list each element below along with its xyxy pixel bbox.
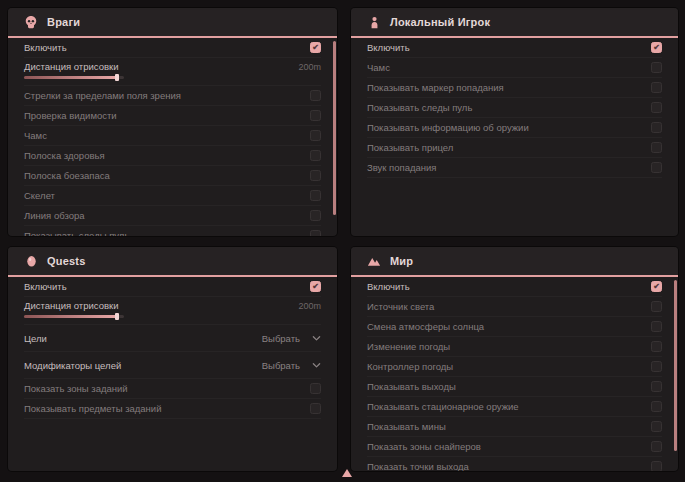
row-label: Показывать маркер попадания: [367, 82, 504, 93]
row-label: Показывать следы пуль: [367, 102, 472, 113]
mouse-cursor: [342, 469, 352, 477]
panel-enemies-header: Враги: [8, 8, 337, 38]
row-checkbox: Показывать предметы заданий: [24, 399, 321, 419]
checkbox[interactable]: [651, 82, 662, 93]
checkbox[interactable]: [651, 102, 662, 113]
row-label: Дистанция отрисовки: [24, 61, 118, 72]
row-label: Линия обзора: [24, 210, 85, 221]
panel-quests-body: Включить✔Дистанция отрисовки200mЦелиВыбр…: [8, 277, 337, 471]
row-label: Показать зоны снайперов: [367, 441, 481, 452]
row-slider: Дистанция отрисовки200m: [24, 58, 321, 86]
checkbox[interactable]: [310, 230, 321, 236]
row-checkbox: Включить✔: [24, 277, 321, 297]
checkbox[interactable]: [310, 110, 321, 121]
row-label: Модификаторы целей: [24, 360, 121, 371]
checkbox[interactable]: ✔: [310, 281, 321, 292]
slider[interactable]: [24, 315, 124, 318]
slider-handle[interactable]: [115, 313, 119, 320]
slider-labels: Дистанция отрисовки200m: [24, 61, 321, 72]
checkbox[interactable]: ✔: [310, 42, 321, 53]
panel-quests: Quests Включить✔Дистанция отрисовки200mЦ…: [8, 247, 337, 471]
row-label: Показывать выходы: [367, 381, 456, 392]
row-checkbox: Контроллер погоды: [367, 357, 662, 377]
checkbox[interactable]: [651, 122, 662, 133]
row-label: Изменение погоды: [367, 341, 450, 352]
row-slider: Дистанция отрисовки200m: [24, 297, 321, 325]
row-checkbox: Показать точки выхода: [367, 457, 662, 471]
panel-world-header: Мир: [351, 247, 678, 277]
checkbox[interactable]: [651, 341, 662, 352]
row-checkbox: Звук попадания: [367, 158, 662, 178]
panel-local-player-body: Включить✔ЧамсПоказывать маркер попадания…: [351, 38, 678, 236]
menu-grid: Враги Включить✔Дистанция отрисовки200mСт…: [8, 8, 678, 471]
row-checkbox: Показывать следы пуль: [24, 226, 321, 236]
slider-labels: Дистанция отрисовки200m: [24, 300, 321, 311]
mountain-icon: [367, 254, 381, 268]
row-checkbox: Проверка видимости: [24, 106, 321, 126]
panel-title: Quests: [47, 255, 86, 267]
dropdown[interactable]: Выбрать: [262, 333, 321, 344]
row-checkbox: Линия обзора: [24, 206, 321, 226]
row-checkbox: Показывать прицел: [367, 138, 662, 158]
panel-local-player-header: Локальный Игрок: [351, 8, 678, 38]
panel-title: Мир: [390, 255, 413, 267]
panel-world-body: Включить✔Источник светаСмена атмосферы с…: [351, 277, 678, 471]
panel-quests-header: Quests: [8, 247, 337, 277]
row-checkbox: Показывать выходы: [367, 377, 662, 397]
row-checkbox: Скелет: [24, 186, 321, 206]
checkbox[interactable]: [651, 421, 662, 432]
quest-icon: [24, 254, 38, 268]
panel-enemies-body: Включить✔Дистанция отрисовки200mСтрелки …: [8, 38, 337, 236]
row-label: Стрелки за пределами поля зрения: [24, 90, 181, 101]
row-checkbox: Показывать стационарное оружие: [367, 397, 662, 417]
slider-value: 200m: [298, 62, 321, 72]
slider-handle[interactable]: [115, 74, 119, 81]
row-checkbox: Смена атмосферы солнца: [367, 317, 662, 337]
checkbox[interactable]: [651, 301, 662, 312]
scrollbar-thumb[interactable]: [333, 41, 336, 215]
row-label: Показывать следы пуль: [24, 230, 129, 236]
dropdown[interactable]: Выбрать: [262, 360, 321, 371]
slider-fill: [24, 76, 117, 79]
checkbox[interactable]: [310, 383, 321, 394]
scrollbar-thumb[interactable]: [674, 280, 677, 451]
row-checkbox: Включить✔: [367, 38, 662, 58]
row-checkbox: Показать зоны заданий: [24, 379, 321, 399]
row-checkbox: Полоска здоровья: [24, 146, 321, 166]
row-label: Смена атмосферы солнца: [367, 321, 484, 332]
row-checkbox: Показать зоны снайперов: [367, 437, 662, 457]
checkbox[interactable]: ✔: [651, 42, 662, 53]
checkbox[interactable]: [310, 90, 321, 101]
row-label: Полоска здоровья: [24, 150, 105, 161]
row-label: Показывать предметы заданий: [24, 403, 161, 414]
checkbox[interactable]: [310, 210, 321, 221]
panel-local-player: Локальный Игрок Включить✔ЧамсПоказывать …: [351, 8, 678, 236]
checkbox[interactable]: [651, 162, 662, 173]
row-label: Показать зоны заданий: [24, 383, 128, 394]
checkbox[interactable]: [310, 150, 321, 161]
checkbox[interactable]: [651, 401, 662, 412]
panel-title: Локальный Игрок: [390, 16, 490, 28]
checkbox[interactable]: [651, 142, 662, 153]
checkbox[interactable]: [651, 381, 662, 392]
row-label: Чамс: [367, 62, 390, 73]
panel-world: Мир Включить✔Источник светаСмена атмосфе…: [351, 247, 678, 471]
row-label: Показывать информацию об оружии: [367, 122, 529, 133]
skull-icon: [24, 15, 38, 29]
checkbox[interactable]: [651, 62, 662, 73]
checkbox[interactable]: [651, 441, 662, 452]
panel-title: Враги: [47, 16, 80, 28]
row-checkbox: Изменение погоды: [367, 337, 662, 357]
checkbox[interactable]: [651, 321, 662, 332]
checkbox[interactable]: [310, 403, 321, 414]
row-label: Чамс: [24, 130, 47, 141]
slider[interactable]: [24, 76, 124, 79]
row-label: Показывать прицел: [367, 142, 453, 153]
checkbox[interactable]: [651, 361, 662, 372]
row-checkbox: Показывать мины: [367, 417, 662, 437]
checkbox[interactable]: [651, 461, 662, 471]
checkbox[interactable]: [310, 190, 321, 201]
checkbox[interactable]: [310, 170, 321, 181]
checkbox[interactable]: ✔: [651, 281, 662, 292]
checkbox[interactable]: [310, 130, 321, 141]
